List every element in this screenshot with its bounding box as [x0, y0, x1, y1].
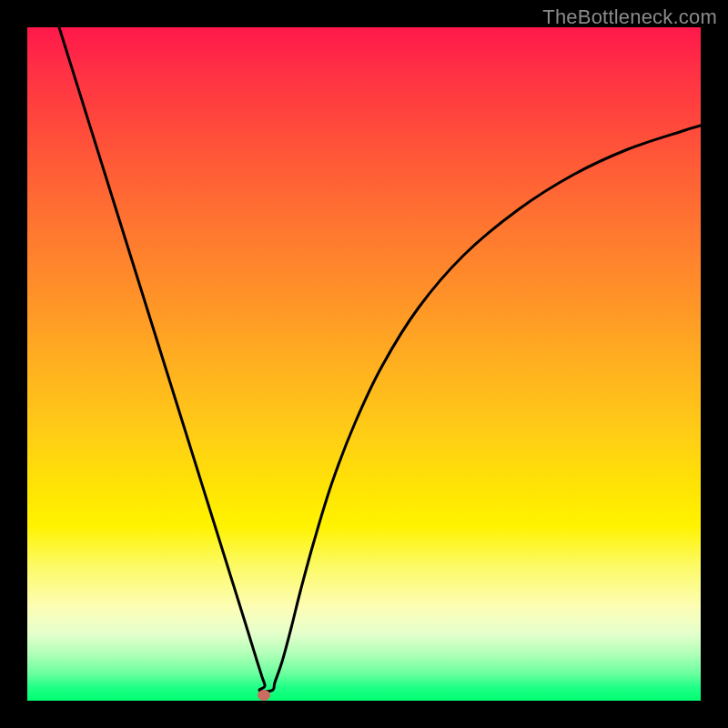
- chart-frame: TheBottleneck.com: [0, 0, 728, 728]
- bottleneck-curve: [27, 27, 701, 701]
- curve-path: [59, 27, 701, 692]
- optimum-marker: [258, 690, 270, 701]
- watermark-text: TheBottleneck.com: [542, 5, 717, 29]
- plot-area: [27, 27, 701, 701]
